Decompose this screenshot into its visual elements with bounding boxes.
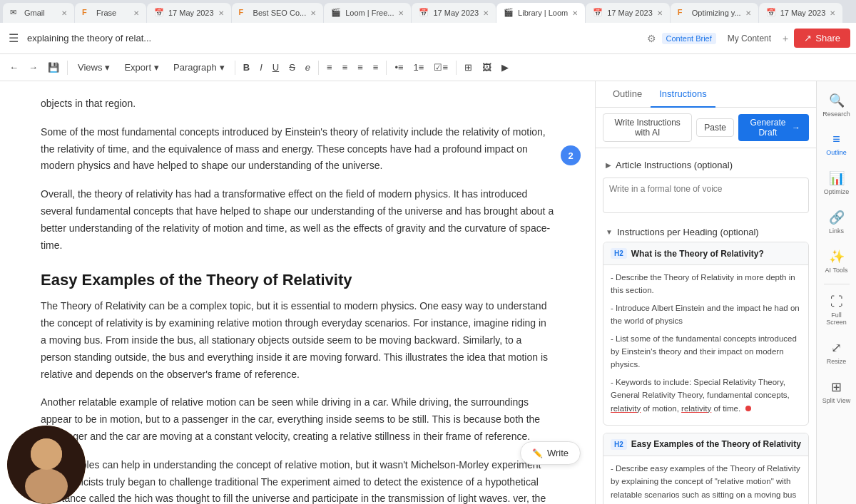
number-list-btn[interactable]: 1≡ <box>410 60 428 75</box>
red-dot-indicator <box>745 406 751 411</box>
toolbar-divider-4 <box>386 61 387 75</box>
tab-library-close[interactable]: ✕ <box>572 9 578 17</box>
tab-library[interactable]: 🎬 Library | Loom ✕ <box>496 3 585 23</box>
editor-area[interactable]: objects in that region. Some of the most… <box>0 81 595 504</box>
cal-icon-2: 📅 <box>419 8 429 18</box>
tab-gmail[interactable]: ✉ Gmail ✕ <box>3 3 74 23</box>
tab-frase-close[interactable]: ✕ <box>133 9 139 17</box>
my-content-tab[interactable]: My Content <box>722 31 777 46</box>
tab-17may1[interactable]: 📅 17 May 2023 ✕ <box>147 3 231 23</box>
right-panel: Outline Instructions Write Instructions … <box>595 81 816 504</box>
ai-tools-icon-btn[interactable]: ✨ AI Tools <box>820 243 854 279</box>
views-label: Views <box>78 62 102 73</box>
align-right-btn[interactable]: ≡ <box>370 60 382 75</box>
redo-btn[interactable]: → <box>25 60 41 75</box>
para-3: The Theory of Relativity can be a comple… <box>41 298 554 383</box>
underline-btn[interactable]: U <box>269 60 282 75</box>
paragraph-chevron: ▾ <box>220 62 225 73</box>
loom-icon-2: 🎬 <box>504 8 514 18</box>
italic-btn[interactable]: I <box>256 60 266 75</box>
headings-section-label: Instructions per Heading (optional) <box>617 227 759 237</box>
tab-17may2[interactable]: 📅 17 May 2023 ✕ <box>412 3 496 23</box>
write-button[interactable]: Write <box>520 441 581 465</box>
tab-frase[interactable]: F Frase ✕ <box>75 3 146 23</box>
tab-instructions[interactable]: Instructions <box>651 81 715 108</box>
headings-chevron: ▼ <box>606 228 613 236</box>
write-ai-btn[interactable]: Write Instructions with AI <box>603 113 692 142</box>
easy-examples-heading: Easy Examples of the Theory of Relativit… <box>41 271 554 289</box>
para-5: ple examples can help in understanding t… <box>41 457 554 504</box>
far-right-divider <box>824 284 850 284</box>
tab-bestseo-close[interactable]: ✕ <box>310 9 316 17</box>
links-icon-btn[interactable]: 🔗 Links <box>820 204 854 240</box>
split-view-icon: ⊞ <box>831 379 842 395</box>
tab-close-3[interactable]: ✕ <box>657 9 663 17</box>
editor-content: objects in that region. Some of the most… <box>41 96 554 504</box>
split-view-icon-btn[interactable]: ⊞ Split View <box>820 374 854 410</box>
outline-icon-btn[interactable]: ≡ Outline <box>820 126 854 162</box>
paragraph-dropdown[interactable]: Paragraph ▾ <box>168 60 230 75</box>
checklist-btn[interactable]: ☑≡ <box>430 60 452 75</box>
tab-close-4[interactable]: ✕ <box>830 9 835 17</box>
strikethrough-btn[interactable]: S <box>285 60 299 75</box>
tab-17may4[interactable]: 📅 17 May 2023 ✕ <box>759 3 843 23</box>
optimize-icon-btn[interactable]: 📊 Optimize <box>820 165 854 201</box>
share-icon: ↗ <box>804 33 812 43</box>
hc0-p2: - List some of the fundamental concepts … <box>611 332 801 371</box>
image-btn[interactable]: 🖼 <box>479 60 495 75</box>
hc1-p0: - Describe easy examples of the Theory o… <box>611 462 801 504</box>
undo-btn[interactable]: ← <box>6 60 22 75</box>
tab-outline[interactable]: Outline <box>604 81 651 108</box>
article-instructions-section[interactable]: ▶ Article Instructions (optional) <box>603 155 809 175</box>
right-panel-body[interactable]: ▶ Article Instructions (optional) ▼ Inst… <box>596 148 816 504</box>
resize-icon-btn[interactable]: ⤢ Resize <box>820 334 854 371</box>
menu-icon[interactable]: ☰ <box>6 29 21 48</box>
save-btn[interactable]: 💾 <box>44 60 63 75</box>
content-brief-tab[interactable]: Content Brief <box>662 33 716 44</box>
research-icon-btn[interactable]: 🔍 Research <box>820 87 854 123</box>
article-instructions-input[interactable] <box>603 178 809 213</box>
para-4: Another relatable example of relative mo… <box>41 394 554 445</box>
tab-loomfree-close[interactable]: ✕ <box>398 9 404 17</box>
align-center-btn[interactable]: ≡ <box>339 60 352 75</box>
paragraph-label: Paragraph <box>173 62 217 73</box>
paste-btn[interactable]: Paste <box>696 118 734 137</box>
fullscreen-icon-btn[interactable]: ⛶ Full Screen <box>820 289 854 331</box>
tab-optimizing-close[interactable]: ✕ <box>745 9 751 17</box>
app-container: ☰ explaining the theory of relat... ⚙ Co… <box>0 23 856 504</box>
outline-label: Outline <box>826 149 847 156</box>
share-button[interactable]: ↗ Share <box>794 29 850 48</box>
tab-loomfree[interactable]: 🎬 Loom | Free... ✕ <box>324 3 411 23</box>
tab-17may3[interactable]: 📅 17 May 2023 ✕ <box>586 3 670 23</box>
fullscreen-icon: ⛶ <box>830 294 843 309</box>
toolbar-divider-3 <box>318 61 319 75</box>
links-label: Links <box>829 227 844 235</box>
tab-close-1[interactable]: ✕ <box>218 9 224 17</box>
tab-gmail-close[interactable]: ✕ <box>61 9 67 17</box>
table-btn[interactable]: ⊞ <box>461 60 476 75</box>
svg-point-2 <box>25 468 68 504</box>
heading-card-0-header: H2 What is the Theory of Relativity? <box>603 242 808 265</box>
fullscreen-label: Full Screen <box>822 312 851 326</box>
tab-optimizing[interactable]: F Optimizing y... ✕ <box>671 3 758 23</box>
heading-card-1-header: H2 Easy Examples of the Theory of Relati… <box>603 433 808 456</box>
views-dropdown[interactable]: Views ▾ <box>72 60 116 75</box>
headings-section[interactable]: ▼ Instructions per Heading (optional) <box>603 222 809 242</box>
video-btn[interactable]: ▶ <box>498 60 512 75</box>
emphasis-btn[interactable]: e <box>302 60 314 75</box>
loom-icon-1: 🎬 <box>331 8 341 18</box>
add-tab-btn[interactable]: + <box>783 33 788 44</box>
tab-bestseo-label: Best SEO Co... <box>253 9 307 17</box>
export-dropdown[interactable]: Export ▾ <box>118 60 165 75</box>
h2-badge-1: H2 <box>611 439 627 450</box>
para-1: Some of the most fundamental concepts in… <box>41 124 554 175</box>
bold-btn[interactable]: B <box>240 60 253 75</box>
tab-close-2[interactable]: ✕ <box>483 9 489 17</box>
align-justify-btn[interactable]: ≡ <box>354 60 367 75</box>
align-left-btn[interactable]: ≡ <box>323 60 336 75</box>
generate-draft-btn[interactable]: Generate Draft → <box>738 114 809 141</box>
tab-loomfree-label: Loom | Free... <box>345 9 394 17</box>
tab-bestseo[interactable]: F Best SEO Co... ✕ <box>232 3 324 23</box>
settings-icon[interactable]: ⚙ <box>647 33 656 44</box>
bullet-list-btn[interactable]: •≡ <box>391 60 407 75</box>
